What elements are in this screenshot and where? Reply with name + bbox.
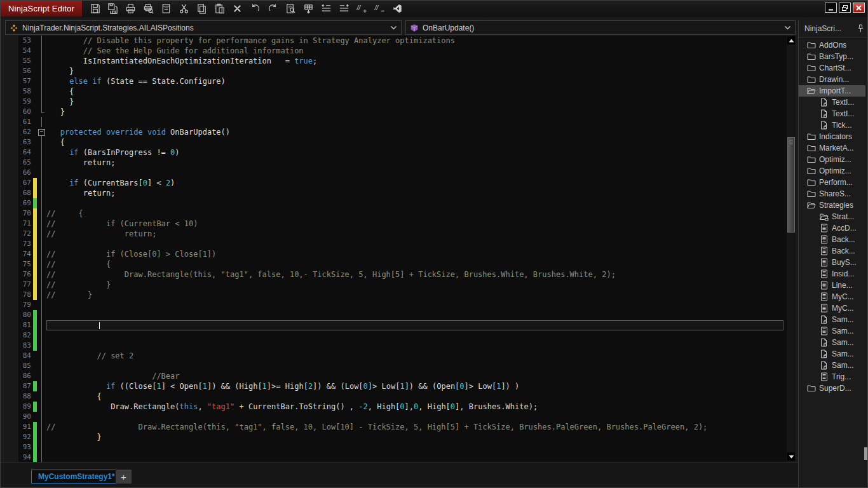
comment-selection-button[interactable]: // [355, 2, 369, 15]
close-button[interactable] [853, 3, 865, 13]
explorer-item[interactable]: Back... [799, 234, 865, 245]
scroll-up-button[interactable] [787, 36, 795, 44]
code-line[interactable]: 76// Draw.Rectangle(this, "tag1", false,… [18, 269, 787, 280]
pin-icon[interactable] [857, 24, 864, 33]
explorer-item[interactable]: Optimiz... [799, 165, 865, 177]
code-line[interactable]: 69 [18, 198, 787, 208]
page-setup-button[interactable] [159, 2, 173, 15]
code-line[interactable]: 72// return; [18, 229, 787, 239]
code-line[interactable]: 61 [18, 117, 787, 127]
code-line[interactable]: 66 [18, 168, 787, 178]
code-line[interactable]: 89 Draw.Rectangle(this, "tag1" + Current… [18, 402, 787, 412]
class-selector-dropdown[interactable]: NinjaTrader.NinjaScript.Strategies.AILAI… [5, 20, 402, 35]
code-line[interactable]: 62 protected override void OnBarUpdate() [18, 127, 787, 137]
restore-button[interactable] [839, 3, 851, 13]
code-line[interactable]: 77// } [18, 280, 787, 290]
code-line[interactable]: 86 //Bear [18, 371, 787, 381]
increase-indent-button[interactable] [337, 2, 351, 15]
compile-button[interactable] [302, 2, 315, 15]
explorer-item[interactable]: ChartSt... [799, 62, 865, 74]
explorer-item[interactable]: MyC... [799, 291, 865, 302]
explorer-item[interactable]: Trig... [799, 371, 865, 383]
method-selector-dropdown[interactable]: OnBarUpdate() [405, 20, 796, 35]
explorer-item[interactable]: Optimiz... [799, 154, 865, 165]
code-line[interactable]: 94 [18, 452, 787, 462]
code-line[interactable]: 55 IsInstantiatedOnEachOptimizationItera… [18, 56, 787, 66]
explorer-item[interactable]: AddOns [799, 39, 865, 51]
redo-button[interactable] [266, 2, 280, 15]
explorer-item[interactable]: Insid... [799, 268, 865, 280]
code-line[interactable]: 79 [18, 300, 787, 310]
explorer-item[interactable]: BuyS... [799, 257, 865, 268]
explorer-item[interactable]: MyC... [799, 302, 865, 314]
code-editor[interactable]: 53 // Disable this property for performa… [18, 36, 787, 462]
code-line[interactable]: 92 } [18, 432, 787, 442]
copy-button[interactable] [195, 2, 208, 15]
explorer-scrollbar-thumb[interactable] [864, 447, 867, 460]
explorer-item[interactable]: Strategies [799, 200, 865, 211]
uncomment-selection-button[interactable]: // [373, 2, 386, 15]
print-button[interactable] [124, 2, 137, 15]
code-line[interactable]: 57 else if (State == State.Configure) [18, 76, 787, 86]
explorer-item[interactable]: MarketA... [799, 142, 865, 154]
cut-button[interactable] [177, 2, 191, 15]
tab-mycustomstrategy1[interactable]: MyCustomStrategy1* [31, 470, 122, 484]
explorer-item[interactable]: Sam... [799, 314, 865, 325]
code-line[interactable]: 91// Draw.Rectangle(this, "tag1", false,… [18, 422, 787, 432]
code-line[interactable]: 54 // See the Help Guide for additional … [18, 46, 787, 56]
explorer-item[interactable]: Tick... [799, 119, 865, 131]
code-line[interactable]: 60 } [18, 107, 787, 117]
explorer-item[interactable]: TextI... [799, 108, 865, 119]
explorer-item[interactable]: TextI... [799, 97, 865, 108]
code-line[interactable]: 56 } [18, 66, 787, 76]
code-line[interactable]: 93 [18, 442, 787, 452]
code-line[interactable]: 82 [18, 330, 787, 341]
code-line[interactable]: 81 [18, 320, 787, 330]
save-all-button[interactable] [106, 2, 119, 15]
editor-vertical-scrollbar[interactable] [787, 36, 796, 462]
explorer-item[interactable]: Line... [799, 280, 865, 291]
code-line[interactable]: 75// { [18, 259, 787, 269]
code-line[interactable]: 85 [18, 361, 787, 371]
decrease-indent-button[interactable] [320, 2, 333, 15]
code-line[interactable]: 74// if (Close[0] > Close[1]) [18, 249, 787, 259]
find-in-files-button[interactable] [284, 2, 297, 15]
code-line[interactable]: 88 { [18, 391, 787, 402]
delete-button[interactable] [231, 2, 244, 15]
code-line[interactable]: 78// } [18, 290, 787, 300]
explorer-item[interactable]: Drawin... [799, 74, 865, 85]
code-line[interactable]: 73 [18, 239, 787, 249]
print-preview-button[interactable] [142, 2, 155, 15]
explorer-item[interactable]: BarsTyp... [799, 51, 865, 62]
code-line[interactable]: 58 { [18, 86, 787, 97]
explorer-item[interactable]: Sam... [799, 348, 865, 360]
code-line[interactable]: 63 { [18, 137, 787, 147]
code-line[interactable]: 87 if ((Close[1] < Open[1]) && (High[1]>… [18, 381, 787, 391]
scroll-down-button[interactable] [787, 452, 795, 461]
explorer-item[interactable]: ImportT... [799, 85, 865, 97]
explorer-item[interactable]: Back... [799, 245, 865, 257]
code-line[interactable]: 68 return; [18, 188, 787, 198]
scrollbar-thumb[interactable] [787, 137, 795, 233]
code-line[interactable]: 70// { [18, 208, 787, 219]
explorer-item[interactable]: AccD... [799, 222, 865, 234]
code-line[interactable]: 90 [18, 412, 787, 422]
code-line[interactable]: 80 [18, 310, 787, 320]
code-line[interactable]: 84 // set 2 [18, 351, 787, 361]
explorer-item[interactable]: Perform... [799, 177, 865, 188]
code-line[interactable]: 64 if (BarsInProgress != 0) [18, 147, 787, 158]
code-line[interactable]: 65 return; [18, 158, 787, 168]
explorer-item[interactable]: ShareS... [799, 188, 865, 200]
new-tab-button[interactable]: + [116, 470, 132, 484]
collapse-toggle-icon[interactable] [37, 127, 46, 137]
explorer-item[interactable]: SuperD... [799, 383, 865, 394]
code-line[interactable]: 53 // Disable this property for performa… [18, 36, 787, 46]
code-line[interactable]: 83 [18, 341, 787, 351]
code-line[interactable]: 71// if (CurrentBar < 10) [18, 219, 787, 229]
explorer-item[interactable]: Strat... [799, 211, 865, 222]
explorer-item[interactable]: Sam... [799, 337, 865, 348]
save-button[interactable] [88, 2, 102, 15]
explorer-item[interactable]: Sam... [799, 360, 865, 371]
minimize-button[interactable] [825, 3, 837, 13]
explorer-item[interactable]: Indicators [799, 131, 865, 142]
